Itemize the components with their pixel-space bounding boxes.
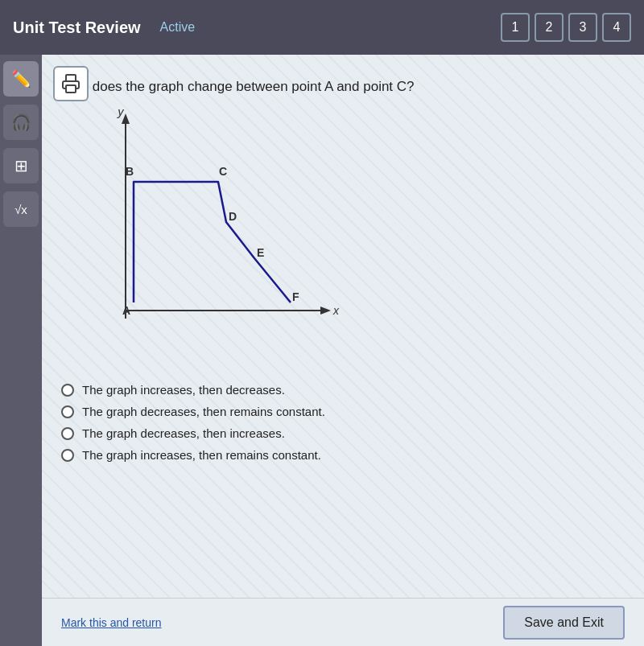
svg-text:F: F xyxy=(292,290,299,303)
question-text: How does the graph change between point … xyxy=(61,79,625,95)
answer-choice-4[interactable]: The graph increases, then remains consta… xyxy=(61,448,625,462)
graph-container: y x A B C D E F xyxy=(61,109,367,367)
answer-text-3: The graph decreases, then increases. xyxy=(82,426,285,440)
svg-text:C: C xyxy=(219,165,227,178)
answer-choice-2[interactable]: The graph decreases, then remains consta… xyxy=(61,405,625,418)
svg-text:E: E xyxy=(257,246,264,259)
sidebar: ✏️ 🎧 ⊞ √x xyxy=(0,55,42,646)
pagination-controls: 1 2 3 4 xyxy=(501,13,631,42)
answer-choice-1[interactable]: The graph increases, then decreases. xyxy=(61,383,625,397)
page-title: Unit Test Review xyxy=(13,19,141,37)
top-bar: Unit Test Review Active 1 2 3 4 xyxy=(0,0,644,55)
radio-1[interactable] xyxy=(61,384,74,397)
page-btn-1[interactable]: 1 xyxy=(501,13,530,42)
answer-choices: The graph increases, then decreases. The… xyxy=(61,383,625,462)
radio-4[interactable] xyxy=(61,449,74,462)
svg-marker-5 xyxy=(320,307,331,315)
svg-text:D: D xyxy=(229,210,237,223)
graph-svg: y x A B C D E F xyxy=(61,109,351,359)
svg-text:x: x xyxy=(332,304,340,317)
status-badge: Active xyxy=(160,20,196,35)
main-content: How does the graph change between point … xyxy=(42,55,644,646)
answer-text-1: The graph increases, then decreases. xyxy=(82,383,285,397)
print-tool-button[interactable] xyxy=(53,66,89,101)
radio-2[interactable] xyxy=(61,405,74,418)
calculator-icon[interactable]: ⊞ xyxy=(3,148,39,183)
page-btn-2[interactable]: 2 xyxy=(535,13,564,42)
page-btn-4[interactable]: 4 xyxy=(602,13,631,42)
answer-choice-3[interactable]: The graph decreases, then increases. xyxy=(61,426,625,440)
headphone-icon[interactable]: 🎧 xyxy=(3,105,39,140)
radio-3[interactable] xyxy=(61,427,74,440)
svg-text:y: y xyxy=(117,109,125,118)
formula-icon[interactable]: √x xyxy=(3,191,39,227)
save-exit-button[interactable]: Save and Exit xyxy=(503,606,625,640)
pencil-icon[interactable]: ✏️ xyxy=(3,61,39,97)
svg-rect-0 xyxy=(66,75,76,81)
answer-text-4: The graph increases, then remains consta… xyxy=(82,448,321,462)
bottom-bar: Mark this and return Save and Exit xyxy=(42,598,644,646)
svg-rect-1 xyxy=(66,85,76,93)
answer-text-2: The graph decreases, then remains consta… xyxy=(82,405,325,418)
svg-text:B: B xyxy=(126,165,134,178)
page-btn-3[interactable]: 3 xyxy=(568,13,597,42)
svg-text:A: A xyxy=(122,304,130,317)
mark-return-link[interactable]: Mark this and return xyxy=(61,616,162,629)
